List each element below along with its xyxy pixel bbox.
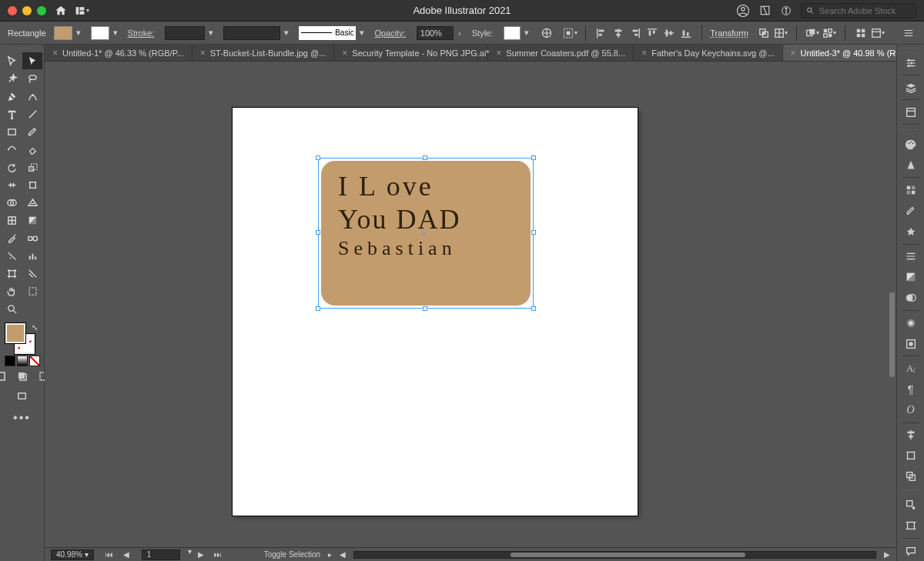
fill-dropdown[interactable]: ▾ (74, 26, 83, 40)
panel-grabber[interactable] (0, 45, 44, 51)
opacity-field[interactable] (417, 26, 454, 40)
flyout-menu-icon[interactable] (901, 25, 916, 41)
opacity-label[interactable]: Opacity: (374, 28, 405, 38)
align-to-icon[interactable]: ▾ (562, 25, 578, 41)
selection-tool[interactable] (2, 52, 22, 69)
blend-tool[interactable] (22, 229, 42, 246)
arrange-documents-icon[interactable]: ▾ (75, 4, 89, 18)
gradient-tool[interactable] (22, 212, 42, 229)
align-right-icon[interactable] (628, 25, 643, 41)
transform-panel-icon[interactable] (897, 446, 924, 466)
maximize-window[interactable] (37, 6, 46, 15)
zoom-field[interactable]: 40.98% ▾ (51, 549, 94, 560)
free-transform-tool[interactable] (22, 176, 42, 193)
doc-tab[interactable]: ×Security Template - No PNG JPG.ai* (334, 45, 488, 61)
pathfinder-icon[interactable]: ▾ (773, 25, 788, 41)
magic-wand-tool[interactable] (2, 70, 22, 87)
shape-builder-tool[interactable] (2, 194, 22, 211)
gradient-mode-icon[interactable] (17, 356, 28, 366)
edit-similar-icon[interactable] (853, 25, 869, 41)
search-stock-input[interactable] (801, 3, 916, 18)
doc-tab[interactable]: ×Untitled-1* @ 46.33 % (RGB/P... (45, 45, 192, 61)
type-tool[interactable] (2, 105, 22, 122)
help-icon[interactable] (779, 4, 793, 18)
pathfinder-panel-icon[interactable] (897, 466, 924, 487)
close-icon[interactable]: × (200, 48, 206, 58)
layers-panel-icon[interactable] (897, 77, 924, 98)
align-hcenter-icon[interactable] (611, 25, 626, 41)
last-artboard-icon[interactable]: ⏭ (210, 547, 226, 562)
panel-grabber[interactable] (897, 487, 924, 493)
artboard-tool[interactable] (2, 265, 22, 282)
doc-tab[interactable]: ×Father's Day Keychains.svg @... (634, 45, 782, 61)
fill-chip[interactable] (5, 323, 25, 343)
brush-preview[interactable]: Basic (299, 26, 356, 40)
align-left-icon[interactable] (594, 25, 609, 41)
align-vcenter-icon[interactable] (661, 25, 677, 41)
scroll-thumb[interactable] (889, 292, 895, 377)
character-panel-icon[interactable]: A| (897, 358, 924, 379)
curvature-tool[interactable] (22, 88, 42, 105)
stroke-weight-field[interactable] (165, 26, 205, 40)
close-icon[interactable]: × (496, 48, 501, 58)
stroke-weight-label[interactable]: Stroke: (128, 28, 155, 38)
zoom-tool[interactable] (2, 300, 22, 317)
next-artboard-icon[interactable]: ▶ (193, 547, 209, 562)
paragraph-panel-icon[interactable]: ¶ (897, 379, 924, 399)
color-mode-icon[interactable] (5, 356, 15, 366)
draw-normal-icon[interactable] (0, 368, 11, 385)
scale-tool[interactable] (22, 159, 42, 175)
graphic-style-swatch[interactable] (504, 26, 521, 40)
arrange-icon[interactable]: ▾ (805, 25, 820, 41)
horizontal-scrollbar[interactable] (353, 551, 876, 559)
minimize-window[interactable] (22, 6, 32, 15)
artboard-nav-field[interactable]: 1 (142, 549, 180, 560)
vertical-scrollbar[interactable] (888, 62, 896, 547)
doc-tab-active[interactable]: ×Untitled-3* @ 40.98 % (RGB/Preview) (783, 45, 896, 61)
swatches-panel-icon[interactable] (897, 179, 924, 200)
canvas[interactable]: I L ove You DAD Sebastian × (45, 62, 888, 547)
asset-export-panel-icon[interactable] (897, 495, 924, 516)
color-panel-icon[interactable] (897, 134, 924, 155)
opacity-control[interactable]: › (417, 26, 464, 40)
print-tiling-tool[interactable] (22, 282, 42, 299)
rounded-rectangle-shape[interactable]: I L ove You DAD Sebastian (321, 161, 531, 306)
swap-fill-stroke-icon[interactable]: ⤡ (32, 323, 38, 332)
stroke-swatch[interactable] (91, 26, 109, 40)
symbol-sprayer-tool[interactable] (2, 247, 22, 264)
symbols-panel-icon[interactable] (897, 222, 924, 242)
column-graph-tool[interactable] (22, 247, 42, 264)
eyedropper-tool[interactable] (2, 229, 22, 246)
shaper-tool[interactable] (2, 141, 22, 158)
draw-behind-icon[interactable] (12, 368, 32, 385)
width-tool[interactable] (2, 176, 22, 193)
edit-toolbar-icon[interactable]: ••• (13, 411, 31, 425)
brushes-panel-icon[interactable] (897, 201, 924, 222)
stroke-weight-dropdown[interactable]: ▾ (206, 26, 216, 40)
close-icon[interactable]: × (342, 48, 347, 58)
graphic-styles-panel-icon[interactable] (897, 333, 924, 354)
screen-mode-icon[interactable] (12, 388, 32, 405)
opentype-panel-icon[interactable]: O (897, 399, 924, 420)
fill-control[interactable]: ▾ (54, 26, 83, 40)
scroll-thumb[interactable] (511, 553, 745, 557)
align-top-icon[interactable] (644, 25, 660, 41)
stroke-panel-icon[interactable] (897, 246, 924, 267)
share-icon[interactable] (758, 4, 772, 18)
direct-selection-tool[interactable] (22, 52, 42, 69)
artboard-nav-dropdown[interactable]: ▾ (188, 547, 192, 562)
mesh-tool[interactable] (2, 212, 22, 229)
gradient-panel-icon[interactable] (897, 267, 924, 288)
doc-tab[interactable]: ×Summer Coasters.pdf @ 55.8... (488, 45, 634, 61)
recolor-artwork-icon[interactable] (539, 25, 554, 41)
close-window[interactable] (8, 6, 17, 15)
rectangle-tool[interactable] (2, 123, 22, 140)
close-icon[interactable]: × (52, 48, 58, 58)
close-icon[interactable]: × (791, 48, 796, 58)
stroke-dropdown[interactable]: ▾ (111, 26, 120, 40)
stroke-control[interactable]: ▾ (91, 26, 120, 40)
align-panel-icon[interactable] (897, 425, 924, 446)
first-artboard-icon[interactable]: ⏮ (102, 547, 117, 562)
line-tool[interactable] (22, 105, 42, 122)
color-guide-panel-icon[interactable] (897, 155, 924, 175)
